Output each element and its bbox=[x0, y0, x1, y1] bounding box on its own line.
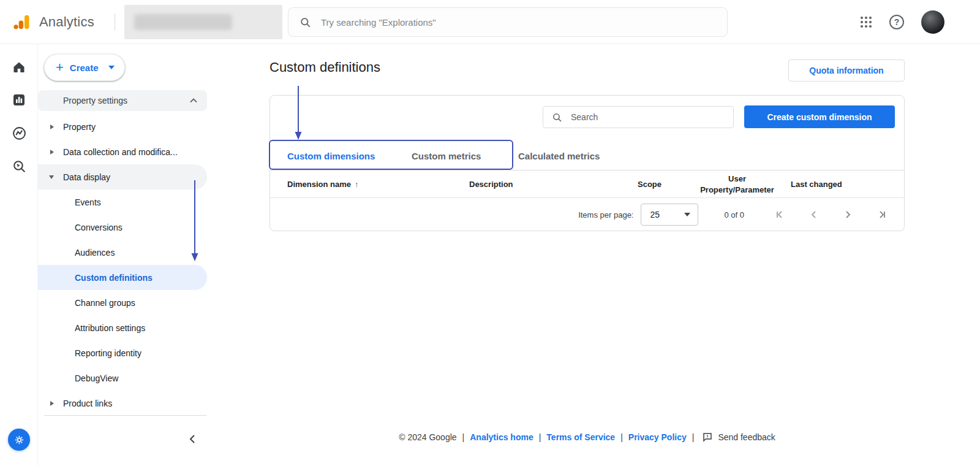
sidebar-item-label: Property bbox=[63, 122, 96, 132]
column-label: Description bbox=[469, 180, 513, 189]
gear-icon bbox=[13, 434, 25, 446]
topbar-actions: ? bbox=[860, 0, 944, 44]
sidebar-item-property[interactable]: Property bbox=[38, 114, 208, 139]
column-label: Last changed bbox=[791, 180, 842, 189]
sidebar-item-data-display[interactable]: Data display bbox=[38, 164, 207, 189]
nav-explore[interactable] bbox=[0, 124, 38, 142]
help-icon[interactable]: ? bbox=[889, 15, 904, 29]
create-custom-dimension-button[interactable]: Create custom dimension bbox=[744, 105, 895, 128]
admin-sidebar: + Create Property settings Property Data… bbox=[38, 44, 208, 466]
last-page-button[interactable] bbox=[875, 208, 888, 221]
footer-separator: | bbox=[539, 432, 541, 442]
global-search-input[interactable] bbox=[321, 17, 716, 28]
items-per-page-select[interactable]: 25 bbox=[641, 204, 698, 226]
items-per-page-label: Items per page: bbox=[578, 210, 633, 220]
prev-page-button[interactable] bbox=[807, 208, 821, 221]
footer-separator: | bbox=[620, 432, 623, 442]
nav-reports[interactable] bbox=[0, 91, 38, 109]
footer-link-privacy-policy[interactable]: Privacy Policy bbox=[628, 432, 687, 442]
sidebar-item-label: Audiences bbox=[75, 248, 115, 258]
send-feedback-button[interactable]: Send feedback bbox=[702, 432, 775, 443]
caret-right-icon bbox=[50, 124, 54, 129]
column-label: User Property/Parameter bbox=[699, 174, 775, 195]
collapse-sidebar-button[interactable] bbox=[184, 430, 201, 448]
sidebar-item-label: Channel groups bbox=[75, 298, 135, 308]
sidebar-item-label: Product links bbox=[63, 399, 112, 408]
sidebar-item-attribution-settings[interactable]: Attribution settings bbox=[38, 315, 208, 340]
page-title: Custom definitions bbox=[270, 59, 380, 75]
sidebar-item-label: DebugView bbox=[75, 373, 118, 383]
chevron-left-icon bbox=[189, 434, 195, 444]
sidebar-item-label: Conversions bbox=[75, 223, 123, 232]
next-page-button[interactable] bbox=[841, 208, 854, 221]
global-search[interactable] bbox=[288, 7, 728, 37]
first-page-button[interactable] bbox=[774, 208, 787, 221]
column-description: Description bbox=[469, 170, 513, 198]
first-page-icon bbox=[775, 209, 786, 220]
custom-definitions-card: Create custom dimension Custom dimension… bbox=[270, 95, 905, 231]
footer-link-analytics-home[interactable]: Analytics home bbox=[470, 432, 533, 442]
chevron-up-icon bbox=[190, 98, 197, 103]
explore-icon bbox=[12, 126, 27, 141]
analytics-logo-icon bbox=[12, 13, 31, 31]
nav-home[interactable] bbox=[0, 59, 38, 76]
feedback-bubble-icon bbox=[702, 432, 713, 443]
sidebar-item-label: Reporting identity bbox=[75, 348, 141, 358]
apps-grid-icon[interactable] bbox=[860, 16, 872, 28]
sidebar-divider bbox=[44, 415, 206, 416]
sort-ascending-icon: ↑ bbox=[355, 180, 359, 189]
avatar[interactable] bbox=[921, 10, 944, 34]
topbar: Analytics ? bbox=[0, 0, 980, 44]
items-per-page-value: 25 bbox=[650, 210, 660, 220]
footer-separator: | bbox=[692, 432, 695, 442]
pager-controls bbox=[774, 208, 888, 221]
tab-custom-metrics[interactable]: Custom metrics bbox=[412, 142, 481, 170]
nav-admin[interactable] bbox=[8, 429, 30, 451]
redacted-blob bbox=[134, 14, 232, 30]
brand[interactable]: Analytics bbox=[12, 0, 94, 44]
property-selector-redacted[interactable] bbox=[124, 5, 282, 39]
section-property-settings[interactable]: Property settings bbox=[38, 90, 207, 111]
sidebar-item-product-links[interactable]: Product links bbox=[38, 391, 208, 416]
card-search-input[interactable] bbox=[571, 112, 725, 122]
sidebar-item-data-collection[interactable]: Data collection and modifica... bbox=[38, 139, 208, 164]
sidebar-item-channel-groups[interactable]: Channel groups bbox=[38, 290, 208, 315]
footer-link-terms-of-service[interactable]: Terms of Service bbox=[546, 432, 615, 442]
main-content: Custom definitions Quota information Cre… bbox=[208, 44, 980, 466]
sidebar-item-debugview[interactable]: DebugView bbox=[38, 365, 208, 391]
sidebar-item-audiences[interactable]: Audiences bbox=[38, 240, 208, 265]
tab-calculated-metrics[interactable]: Calculated metrics bbox=[518, 142, 600, 170]
pagination-row: Items per page: 25 0 of 0 bbox=[270, 198, 904, 231]
create-button[interactable]: + Create bbox=[44, 54, 125, 81]
quota-information-button[interactable]: Quota information bbox=[788, 59, 905, 82]
pagination-range: 0 of 0 bbox=[724, 210, 744, 220]
advertising-icon bbox=[12, 159, 27, 174]
search-icon bbox=[552, 112, 562, 123]
plus-icon: + bbox=[56, 61, 64, 74]
tabs-bar: Custom dimensions Custom metrics Calcula… bbox=[270, 142, 904, 170]
tab-custom-dimensions[interactable]: Custom dimensions bbox=[287, 142, 375, 170]
reports-icon bbox=[12, 93, 26, 107]
chevron-down-icon bbox=[108, 66, 115, 69]
nav-advertising[interactable] bbox=[0, 158, 38, 175]
chevron-right-icon bbox=[842, 209, 853, 220]
sidebar-item-label: Data collection and modifica... bbox=[63, 147, 178, 157]
footer-separator: | bbox=[462, 432, 465, 442]
footer-copyright: © 2024 Google bbox=[399, 432, 456, 442]
card-search[interactable] bbox=[543, 106, 734, 128]
sidebar-item-reporting-identity[interactable]: Reporting identity bbox=[38, 340, 208, 365]
sidebar-item-conversions[interactable]: Conversions bbox=[38, 215, 208, 240]
create-button-label: Create bbox=[70, 63, 99, 73]
sidebar-item-label: Data display bbox=[63, 172, 110, 182]
column-label: Dimension name bbox=[287, 180, 351, 189]
chevron-down-icon bbox=[684, 213, 690, 216]
nav-rail bbox=[0, 44, 38, 466]
sidebar-item-custom-definitions[interactable]: Custom definitions bbox=[38, 265, 207, 290]
column-dimension-name[interactable]: Dimension name ↑ bbox=[287, 170, 359, 198]
brand-divider bbox=[115, 13, 115, 31]
section-label: Property settings bbox=[63, 96, 127, 105]
chevron-left-icon bbox=[809, 209, 820, 220]
sidebar-item-events[interactable]: Events bbox=[38, 189, 208, 215]
column-label: Scope bbox=[638, 180, 662, 189]
footer: © 2024 Google | Analytics home | Terms o… bbox=[270, 432, 905, 443]
